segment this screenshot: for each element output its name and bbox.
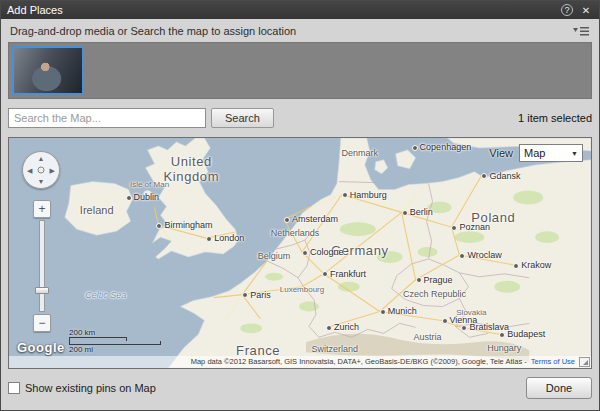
pan-center-icon[interactable] xyxy=(38,167,45,174)
titlebar[interactable]: Add Places ? ✕ xyxy=(1,1,599,19)
media-thumbnail[interactable] xyxy=(12,46,84,95)
pan-right-icon[interactable]: ▶ xyxy=(50,167,55,174)
terms-of-use-link[interactable]: Terms of Use xyxy=(531,357,575,366)
checkbox-box[interactable] xyxy=(8,382,20,394)
map-attribution: Map data ©2012 Basarsoft, GIS Innovatsia… xyxy=(9,356,591,368)
map-type-dropdown[interactable]: Map ▼ xyxy=(519,144,583,162)
zoom-in-button[interactable]: + xyxy=(33,200,51,218)
zoom-slider[interactable] xyxy=(39,220,45,312)
close-icon[interactable]: ✕ xyxy=(579,5,593,16)
checkbox-label: Show existing pins on Map xyxy=(25,382,156,394)
view-label: View xyxy=(489,147,513,159)
zoom-out-button[interactable]: − xyxy=(33,314,51,332)
search-input[interactable] xyxy=(8,108,206,128)
map-viewport[interactable]: United KingdomIrelandIsle of ManCeltic S… xyxy=(8,137,592,369)
map-type-value: Map xyxy=(524,147,571,159)
footer: Show existing pins on Map Done xyxy=(8,377,592,399)
selection-count: 1 item selected xyxy=(274,112,592,124)
search-button[interactable]: Search xyxy=(211,108,274,128)
chevron-down-icon: ▼ xyxy=(571,150,578,157)
instruction-row: Drag-and-drop media or Search the map to… xyxy=(1,19,599,42)
zoom-slider-handle[interactable] xyxy=(35,287,49,294)
view-control: View Map ▼ xyxy=(489,144,583,162)
scale-bar: 200 km 200 mi xyxy=(69,328,161,354)
help-icon[interactable]: ? xyxy=(561,4,573,16)
dialog-title: Add Places xyxy=(7,4,561,16)
pan-left-icon[interactable]: ◀ xyxy=(27,167,32,174)
google-logo[interactable]: Google xyxy=(17,340,65,355)
attribution-text: Map data ©2012 Basarsoft, GIS Innovatsia… xyxy=(191,357,527,366)
pan-down-icon[interactable]: ▼ xyxy=(38,178,45,185)
show-pins-checkbox[interactable]: Show existing pins on Map xyxy=(8,382,156,394)
add-places-dialog: Add Places ? ✕ Drag-and-drop media or Se… xyxy=(0,0,600,411)
map-corner-resize-icon[interactable] xyxy=(579,357,590,367)
done-button[interactable]: Done xyxy=(526,377,592,399)
scale-mi-label: 200 mi xyxy=(69,345,161,354)
scale-km-label: 200 km xyxy=(69,328,161,337)
instruction-text: Drag-and-drop media or Search the map to… xyxy=(10,25,572,37)
view-options-icon[interactable] xyxy=(572,25,590,37)
pan-up-icon[interactable]: ▲ xyxy=(38,155,45,162)
media-strip[interactable] xyxy=(8,42,592,99)
zoom-control: + − xyxy=(32,200,52,332)
search-row: Search 1 item selected xyxy=(8,108,592,128)
pan-control[interactable]: ▲ ▼ ◀ ▶ xyxy=(22,151,60,189)
